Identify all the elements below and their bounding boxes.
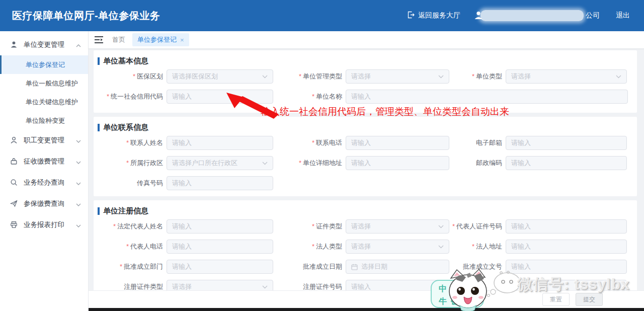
placeholder-text: 请输入 bbox=[172, 262, 268, 271]
form-field: *所属行政区请选择户口所在行政区 bbox=[94, 156, 273, 170]
header-right: 返回服务大厅 公司 退出 bbox=[407, 10, 644, 22]
chevron-down-icon bbox=[438, 225, 444, 228]
field-label: *法人地址 bbox=[449, 242, 506, 251]
field-input[interactable]: 请输入 bbox=[167, 136, 273, 150]
field-label: *统一社会信用代码 bbox=[94, 92, 167, 101]
required-asterisk: * bbox=[312, 139, 314, 146]
placeholder-text: 请选择户口所在行政区 bbox=[172, 159, 262, 168]
org-user-icon bbox=[10, 41, 18, 49]
field-select[interactable]: 请选择 bbox=[506, 69, 627, 84]
sidebar-menu: 单位变更管理单位参保登记单位一般信息维护单位关键信息维护单位险种变更职工变更管理… bbox=[0, 34, 88, 236]
field-input[interactable]: 请输入 bbox=[167, 176, 273, 190]
field-label: *单位管理类型 bbox=[273, 72, 346, 81]
field-input[interactable]: 请输入 bbox=[346, 136, 449, 150]
field-label: 邮政编码 bbox=[449, 159, 506, 168]
tab-label: 单位参保登记 bbox=[137, 35, 177, 44]
required-asterisk: * bbox=[126, 243, 129, 250]
chevron-down-icon bbox=[76, 179, 81, 187]
required-asterisk: * bbox=[299, 159, 301, 167]
window-bottom-edge bbox=[89, 308, 644, 311]
sidebar-group-label: 业务经办查询 bbox=[24, 178, 76, 187]
chevron-down-icon bbox=[438, 75, 444, 79]
placeholder-text: 请输入 bbox=[511, 159, 621, 168]
app-header: 医疗保障单位网厅-单位参保业务 返回服务大厅 公司 退出 bbox=[0, 0, 644, 31]
placeholder-text: 请选择 bbox=[172, 282, 262, 291]
chevron-down-icon bbox=[262, 285, 268, 289]
field-input[interactable]: 请输入 bbox=[167, 240, 273, 254]
field-select[interactable]: 请选择户口所在行政区 bbox=[167, 156, 273, 170]
field-label: *法定代表人姓名 bbox=[94, 222, 167, 231]
form-section-1: 单位联系信息*联系人姓名请输入*联系电话请输入电子邮箱请输入*所属行政区请选择户… bbox=[94, 117, 637, 196]
required-asterisk: * bbox=[126, 159, 129, 167]
field-input[interactable]: 请输入 bbox=[346, 156, 449, 170]
placeholder-text: 请输入 bbox=[511, 262, 621, 271]
field-date[interactable]: 选择日期 bbox=[346, 260, 449, 274]
chevron-down-icon bbox=[76, 137, 81, 144]
field-input[interactable]: 请输入 bbox=[167, 260, 273, 274]
user-info[interactable]: 公司 bbox=[473, 10, 600, 22]
company-suffix: 公司 bbox=[586, 11, 600, 20]
field-select[interactable]: 请选择 bbox=[346, 219, 449, 234]
sidebar-group-3[interactable]: 业务经办查询 bbox=[0, 172, 88, 193]
placeholder-text: 请输入 bbox=[351, 138, 444, 147]
field-input[interactable]: 请输入 bbox=[506, 260, 627, 274]
field-input[interactable]: 请输入 bbox=[346, 90, 628, 104]
back-to-hall-label: 返回服务大厅 bbox=[418, 11, 460, 20]
wechat-watermark-text: 微信号: tssylbx bbox=[517, 274, 630, 295]
form-field: *代表人证件号码请输入 bbox=[449, 219, 627, 234]
field-input[interactable]: 请输入 bbox=[167, 219, 273, 234]
tab-bar: 首页 单位参保登记 × bbox=[89, 31, 644, 49]
sidebar-group-1[interactable]: 职工变更管理 bbox=[0, 130, 88, 151]
field-select[interactable]: 请选择 bbox=[346, 69, 449, 84]
form-field: *单位类型请选择 bbox=[449, 69, 627, 84]
collapse-menu-icon[interactable] bbox=[95, 36, 103, 43]
close-icon[interactable]: × bbox=[180, 36, 184, 44]
tab-home[interactable]: 首页 bbox=[112, 35, 125, 44]
sidebar-group-5[interactable]: 业务报表打印 bbox=[0, 214, 88, 236]
app-window: 医疗保障单位网厅-单位参保业务 返回服务大厅 公司 退出 单位变更管理单位参保登… bbox=[0, 0, 644, 311]
placeholder-text: 请输入 bbox=[351, 92, 622, 101]
placeholder-text: 请输入 bbox=[511, 138, 621, 147]
sidebar-item[interactable]: 单位一般信息维护 bbox=[0, 74, 88, 93]
field-input[interactable]: 请输入 bbox=[506, 156, 627, 170]
sidebar-item[interactable]: 单位险种变更 bbox=[0, 111, 88, 130]
field-input[interactable]: 请输入 bbox=[506, 136, 627, 150]
sidebar-group-4[interactable]: 参保缴费查询 bbox=[0, 193, 88, 214]
sidebar-item[interactable]: 单位参保登记 bbox=[0, 55, 88, 74]
person-icon bbox=[10, 136, 18, 144]
sidebar-group-2[interactable]: 征收缴费管理 bbox=[0, 151, 88, 172]
logout-button[interactable]: 退出 bbox=[616, 11, 630, 20]
field-input[interactable]: 请输入 bbox=[506, 219, 627, 234]
sidebar-item[interactable]: 单位关键信息维护 bbox=[0, 93, 88, 111]
exit-door-icon bbox=[407, 11, 415, 20]
form-row: *联系人姓名请输入*联系电话请输入电子邮箱请输入 bbox=[94, 133, 637, 153]
placeholder-text: 请输入 bbox=[172, 138, 268, 147]
form-field: 邮政编码请输入 bbox=[449, 156, 627, 170]
section-title-bar bbox=[98, 207, 100, 215]
field-select[interactable]: 请选择 bbox=[167, 280, 273, 291]
section-title: 单位注册信息 bbox=[94, 205, 637, 216]
field-label: *联系人姓名 bbox=[94, 138, 167, 147]
form-field: *证件类型请选择 bbox=[273, 219, 449, 234]
field-label: 电子邮箱 bbox=[449, 138, 506, 147]
form-field: *联系电话请输入 bbox=[273, 136, 449, 150]
field-select[interactable]: 请选择医保区划 bbox=[167, 69, 273, 84]
field-select[interactable]: 请选择 bbox=[346, 240, 449, 254]
placeholder-text: 请输入 bbox=[172, 179, 268, 188]
placeholder-text: 请选择 bbox=[351, 242, 438, 251]
form-field: 注册证件类型请选择 bbox=[94, 280, 273, 291]
form-field: *代表人电话请输入 bbox=[94, 240, 273, 254]
field-input[interactable]: 请输入 bbox=[506, 240, 627, 254]
form-row: *法定代表人姓名请输入*证件类型请选择*代表人证件号码请输入 bbox=[94, 216, 637, 237]
form-field: 电子邮箱请输入 bbox=[449, 136, 627, 150]
username-redacted bbox=[480, 10, 584, 21]
field-label: *医保区划 bbox=[94, 72, 167, 81]
placeholder-text: 请选择 bbox=[351, 222, 438, 231]
tab-unit-register[interactable]: 单位参保登记 × bbox=[132, 33, 189, 46]
required-asterisk: * bbox=[299, 72, 301, 80]
field-label: *证件类型 bbox=[273, 222, 346, 231]
sidebar-group-0[interactable]: 单位变更管理 bbox=[0, 34, 88, 55]
main-area: 首页 单位参保登记 × 单位基本信息*医保区划请选择医保区划*单位管理类型请选择… bbox=[89, 31, 644, 311]
send-icon bbox=[10, 200, 18, 208]
back-to-hall-link[interactable]: 返回服务大厅 bbox=[407, 11, 460, 20]
